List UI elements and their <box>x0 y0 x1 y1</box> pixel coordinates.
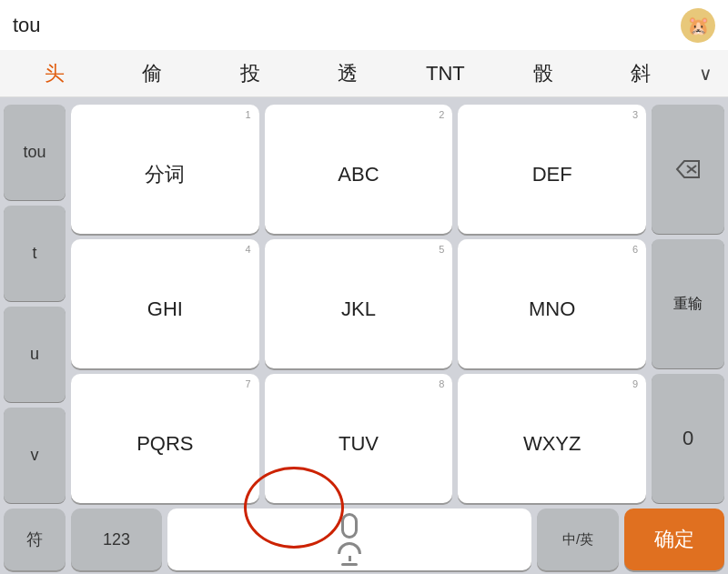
main-keyboard-area: toutuv 1分词2ABC3DEF4GHI5JKL6MNO7PQRS8TUV9… <box>4 105 724 503</box>
key-number-3: 3 <box>632 109 638 120</box>
mic-base-line <box>341 563 358 566</box>
key-label-4: GHI <box>147 297 183 321</box>
key-label-2: ABC <box>338 163 379 186</box>
search-input-text[interactable]: tou <box>13 14 681 37</box>
key-label-5: JKL <box>341 297 376 321</box>
suggestion-item-2[interactable]: 投 <box>201 55 298 93</box>
left-key-t[interactable]: t <box>4 206 66 301</box>
bottom-key-mic[interactable] <box>167 509 531 570</box>
header: tou 🐹 <box>0 0 728 50</box>
key-number-5: 5 <box>439 244 444 255</box>
key-label-6: MNO <box>529 297 575 321</box>
right-key-delete[interactable] <box>652 105 724 234</box>
right-col: 重输0 <box>652 105 724 503</box>
num-key-1[interactable]: 1分词 <box>71 105 259 234</box>
suggestion-item-4[interactable]: TNT <box>397 56 494 91</box>
keyboard: toutuv 1分词2ABC3DEF4GHI5JKL6MNO7PQRS8TUV9… <box>0 97 728 574</box>
svg-marker-0 <box>677 161 699 177</box>
right-key-reenter[interactable]: 重输 <box>652 239 724 368</box>
suggestion-item-3[interactable]: 透 <box>298 55 396 93</box>
key-label-9: WXYZ <box>523 432 581 456</box>
mic-icon <box>338 513 361 566</box>
key-label-8: TUV <box>339 432 379 456</box>
key-number-2: 2 <box>439 109 444 120</box>
mic-body <box>341 513 358 539</box>
key-number-1: 1 <box>246 109 251 120</box>
key-label-7: PQRS <box>136 432 193 456</box>
num-key-9[interactable]: 9WXYZ <box>458 374 646 503</box>
suggestion-item-0[interactable]: 头 <box>5 55 103 93</box>
avatar: 🐹 <box>681 8 715 43</box>
backspace-icon <box>675 159 701 179</box>
key-number-8: 8 <box>439 378 444 389</box>
left-key-u[interactable]: u <box>4 307 66 402</box>
num-grid: 1分词2ABC3DEF4GHI5JKL6MNO7PQRS8TUV9WXYZ <box>71 105 646 503</box>
suggestion-item-6[interactable]: 斜 <box>592 55 690 93</box>
avatar-emoji: 🐹 <box>687 15 710 36</box>
suggestion-item-5[interactable]: 骰 <box>494 55 592 93</box>
key-number-7: 7 <box>246 378 251 389</box>
suggestion-bar: 头偷投透TNT骰斜∨ <box>0 50 728 97</box>
left-col: toutuv <box>4 105 66 503</box>
bottom-key-123[interactable]: 123 <box>71 509 162 570</box>
bottom-key-confirm[interactable]: 确定 <box>624 509 724 570</box>
num-key-7[interactable]: 7PQRS <box>71 374 259 503</box>
key-number-4: 4 <box>246 244 251 255</box>
key-number-6: 6 <box>632 244 638 255</box>
mic-stand <box>338 542 361 554</box>
key-number-9: 9 <box>632 378 638 389</box>
mic-base <box>349 556 351 561</box>
num-key-3[interactable]: 3DEF <box>458 105 646 234</box>
num-key-8[interactable]: 8TUV <box>265 374 453 503</box>
bottom-row: 符123 中/英确定 <box>4 509 724 570</box>
bottom-key-fu[interactable]: 符 <box>4 509 66 570</box>
right-key-zero[interactable]: 0 <box>652 374 724 503</box>
left-key-tou[interactable]: tou <box>4 105 66 200</box>
num-key-6[interactable]: 6MNO <box>458 239 646 368</box>
left-key-v[interactable]: v <box>4 408 66 503</box>
num-key-2[interactable]: 2ABC <box>265 105 453 234</box>
key-label-3: DEF <box>532 163 572 186</box>
suggestion-item-1[interactable]: 偷 <box>103 55 200 93</box>
key-label-1: 分词 <box>145 161 185 188</box>
num-key-5[interactable]: 5JKL <box>265 239 453 368</box>
bottom-key-zh[interactable]: 中/英 <box>537 509 619 570</box>
suggestion-expand-btn[interactable]: ∨ <box>690 63 723 85</box>
num-key-4[interactable]: 4GHI <box>71 239 259 368</box>
